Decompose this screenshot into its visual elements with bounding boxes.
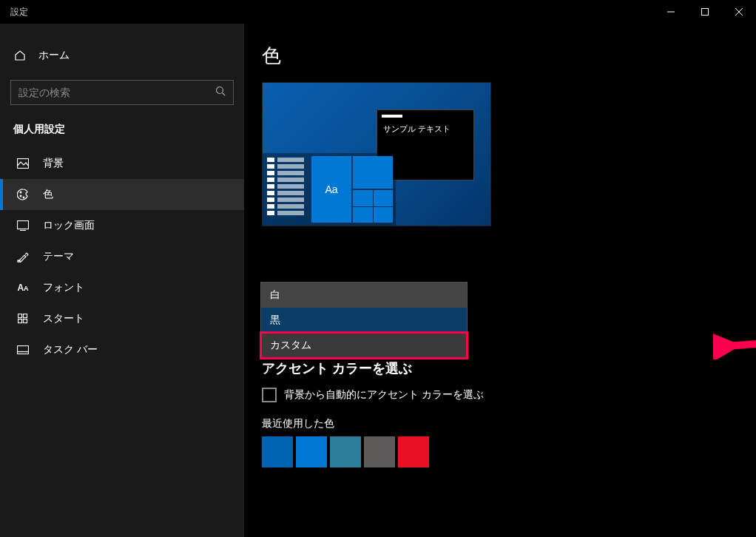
recent-color-swatches <box>262 436 756 467</box>
nav-label: スタート <box>43 312 84 325</box>
svg-point-7 <box>20 192 21 193</box>
font-icon: AA <box>16 281 30 294</box>
category-heading: 個人用設定 <box>0 118 244 148</box>
nav-label: タスク バー <box>43 343 98 357</box>
preview-taskbar: Aa <box>263 153 396 226</box>
sidebar: ホーム 個人用設定 背景 色 ロック画面 <box>0 24 244 537</box>
home-icon <box>13 49 27 62</box>
home-link[interactable]: ホーム <box>0 41 244 70</box>
recent-colors-label: 最近使用した色 <box>262 417 756 430</box>
search-input[interactable] <box>18 87 215 98</box>
home-label: ホーム <box>38 49 70 62</box>
svg-point-8 <box>20 195 21 197</box>
sample-text: サンプル テキスト <box>377 121 473 138</box>
nav-label: 背景 <box>43 157 64 170</box>
dropdown-option-dark[interactable]: 黒 <box>261 308 467 333</box>
nav-label: フォント <box>43 281 84 294</box>
maximize-button[interactable] <box>688 0 722 24</box>
svg-rect-1 <box>702 9 709 16</box>
svg-point-9 <box>23 197 24 198</box>
nav-label: ロック画面 <box>43 219 95 232</box>
dropdown-option-custom[interactable]: カスタム <box>261 333 467 358</box>
svg-rect-17 <box>18 346 29 354</box>
auto-accent-label: 背景から自動的にアクセント カラーを選ぶ <box>284 388 484 402</box>
color-swatch[interactable] <box>330 436 361 467</box>
palette-icon <box>16 188 30 201</box>
svg-line-19 <box>726 341 756 346</box>
lockscreen-icon <box>16 219 30 232</box>
nav-item-fonts[interactable]: AA フォント <box>0 272 244 303</box>
dropdown-option-light[interactable]: 白 <box>261 283 467 308</box>
svg-rect-10 <box>18 221 29 229</box>
nav-item-lockscreen[interactable]: ロック画面 <box>0 210 244 241</box>
close-button[interactable] <box>722 0 756 24</box>
svg-rect-16 <box>24 320 27 323</box>
svg-rect-13 <box>18 314 22 318</box>
color-swatch[interactable] <box>364 436 395 467</box>
taskbar-icon <box>16 343 30 357</box>
auto-accent-checkbox[interactable] <box>262 388 277 402</box>
search-icon <box>215 86 226 99</box>
color-mode-dropdown[interactable]: 白 黒 カスタム <box>260 282 468 359</box>
start-icon <box>16 312 30 325</box>
nav-item-themes[interactable]: テーマ <box>0 241 244 272</box>
annotation-arrow <box>713 322 756 362</box>
nav-item-colors[interactable]: 色 <box>0 179 244 210</box>
window-controls <box>654 0 756 24</box>
minimize-button[interactable] <box>654 0 688 24</box>
color-swatch[interactable] <box>398 436 429 467</box>
page-title: 色 <box>262 43 756 69</box>
theme-icon <box>16 250 30 263</box>
color-preview: サンプル テキスト Aa <box>262 82 491 226</box>
accent-heading: アクセント カラーを選ぶ <box>262 359 756 377</box>
color-swatch[interactable] <box>296 436 327 467</box>
color-swatch[interactable] <box>262 436 293 467</box>
picture-icon <box>16 157 30 170</box>
nav-label: 色 <box>43 188 53 201</box>
search-box[interactable] <box>10 80 234 105</box>
aa-tile: Aa <box>311 156 351 223</box>
svg-point-4 <box>217 87 223 94</box>
window-title: 設定 <box>10 6 28 18</box>
main-content: 色 サンプル テキスト Aa 白 黒 <box>244 24 756 537</box>
nav-item-background[interactable]: 背景 <box>0 148 244 179</box>
svg-line-5 <box>223 93 226 96</box>
svg-rect-14 <box>24 314 27 318</box>
nav-item-taskbar[interactable]: タスク バー <box>0 334 244 365</box>
titlebar: 設定 <box>0 0 756 24</box>
svg-rect-15 <box>18 320 22 323</box>
nav-item-start[interactable]: スタート <box>0 303 244 334</box>
nav-label: テーマ <box>43 250 74 263</box>
